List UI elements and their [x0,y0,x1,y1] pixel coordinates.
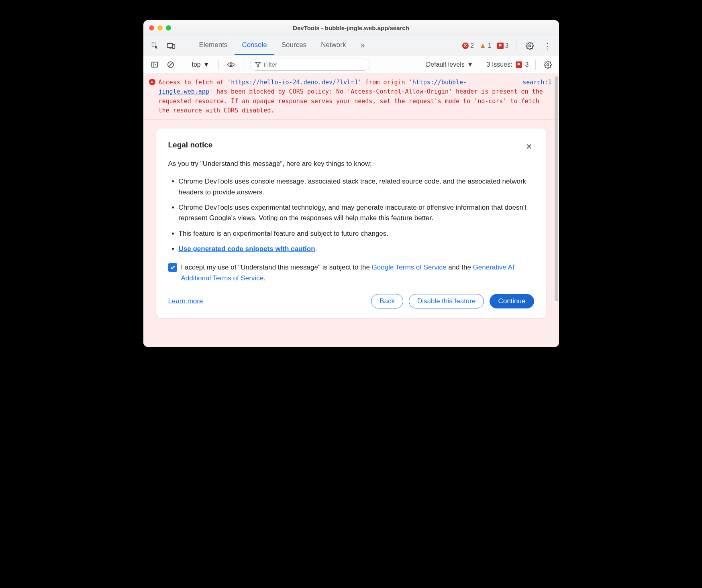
console-settings-icon[interactable] [542,59,553,70]
errors-count: 2 [470,42,474,49]
google-tos-link[interactable]: Google Terms of Service [372,263,447,271]
chevron-down-icon: ▼ [203,61,210,68]
caution-link[interactable]: Use generated code snippets with caution [179,245,315,253]
scrollbar[interactable] [553,74,559,347]
legal-notice-card: Legal notice ✕ As you try "Understand th… [156,129,546,318]
levels-label: Default levels [426,61,465,68]
card-footer: Learn more Back Disable this feature Con… [168,294,534,308]
svg-rect-0 [152,43,155,46]
back-button[interactable]: Back [371,294,403,308]
main-toolbar: Elements Console Sources Network » ✕ 2 ▲… [143,36,559,55]
issue-icon: ⚑ [497,43,504,49]
svg-line-7 [169,63,172,66]
tab-sources[interactable]: Sources [274,36,314,55]
device-toolbar-icon[interactable] [165,40,177,52]
divider [516,41,516,51]
clear-console-icon[interactable] [165,59,176,70]
console-error-message[interactable]: ✕ search:1 Access to fetch at 'https://h… [143,74,559,120]
message-source-link[interactable]: search:1 [522,78,551,87]
card-bullet: Use generated code snippets with caution… [179,244,534,254]
svg-rect-1 [167,43,173,47]
maximize-window-button[interactable] [166,25,171,31]
msg-url1[interactable]: https://hello-io-24.deno.dev/?lvl=1 [231,79,358,86]
warnings-badge[interactable]: ▲ 1 [480,42,492,50]
divider [535,59,536,70]
disable-feature-button[interactable]: Disable this feature [409,294,484,308]
card-bullet-list: Chrome DevTools uses console message, as… [168,176,534,254]
toolbar-status: ✕ 2 ▲ 1 ⚑ 3 ⋮ [462,40,553,52]
errors-badge[interactable]: ✕ 2 [462,42,474,49]
card-bullet: This feature is an experimental feature … [179,229,534,239]
msg-text: Access to fetch at ' [159,79,231,86]
tab-network[interactable]: Network [314,36,353,55]
svg-point-3 [529,45,531,47]
learn-more-link[interactable]: Learn more [168,296,203,306]
divider [243,59,243,70]
window-title: DevTools - bubble-jingle.web.app/search [143,24,559,31]
tab-elements[interactable]: Elements [192,36,235,55]
divider [183,59,183,70]
panel-tabs: Elements Console Sources Network » [192,36,372,55]
card-bullet: Chrome DevTools uses experimental techno… [179,202,534,224]
issue-icon: ⚑ [516,61,522,68]
toggle-sidebar-icon[interactable] [149,59,160,70]
console-messages: ✕ search:1 Access to fetch at 'https://h… [143,74,559,347]
msg-text: ' from origin ' [358,79,412,86]
context-selector[interactable]: top ▼ [190,61,212,68]
filter-text-field[interactable] [264,61,365,68]
scrollbar-thumb[interactable] [555,76,558,301]
continue-button[interactable]: Continue [490,294,534,308]
chevron-down-icon: ▼ [467,61,473,68]
issues-count: 3 [525,61,529,68]
accept-row: I accept my use of "Understand this mess… [168,262,534,284]
inspect-element-icon[interactable] [149,40,161,52]
card-title: Legal notice [168,139,213,151]
window-controls [149,25,171,31]
titlebar: DevTools - bubble-jingle.web.app/search [143,20,559,36]
tab-console[interactable]: Console [235,36,274,55]
error-icon: ✕ [149,79,155,85]
check-icon [170,265,176,270]
minimize-window-button[interactable] [157,25,163,31]
more-menu-icon[interactable]: ⋮ [541,40,553,52]
msg-text: ' has been blocked by CORS policy: No 'A… [159,88,543,114]
issues-label: 3 Issues: [487,61,512,68]
issues-badge[interactable]: ⚑ 3 [497,42,509,49]
divider [183,41,183,51]
filter-icon [255,62,261,67]
context-label: top [192,61,201,68]
console-toolbar: top ▼ Default levels ▼ 3 Issues: ⚑ 3 [143,55,559,74]
tab-overflow[interactable]: » [353,36,372,55]
settings-icon[interactable] [524,40,536,52]
svg-point-8 [230,63,232,65]
divider [218,59,219,70]
warning-icon: ▲ [480,42,486,50]
live-expression-icon[interactable] [225,59,237,70]
accept-checkbox[interactable] [168,263,177,272]
issues-summary[interactable]: 3 Issues: ⚑ 3 [487,61,529,68]
close-icon[interactable]: ✕ [524,139,534,155]
svg-point-9 [547,63,549,65]
accept-text: I accept my use of "Understand this mess… [181,262,534,284]
svg-rect-4 [151,62,157,67]
card-intro: As you try "Understand this message", he… [168,159,534,169]
issues-count: 3 [505,42,509,49]
devtools-window: DevTools - bubble-jingle.web.app/search … [143,20,559,347]
warnings-count: 1 [488,42,492,49]
close-window-button[interactable] [149,25,154,31]
log-levels-selector[interactable]: Default levels ▼ [426,61,473,68]
divider [480,59,480,70]
card-bullet: Chrome DevTools uses console message, as… [179,176,534,198]
filter-input[interactable] [250,59,370,71]
error-icon: ✕ [462,43,469,49]
